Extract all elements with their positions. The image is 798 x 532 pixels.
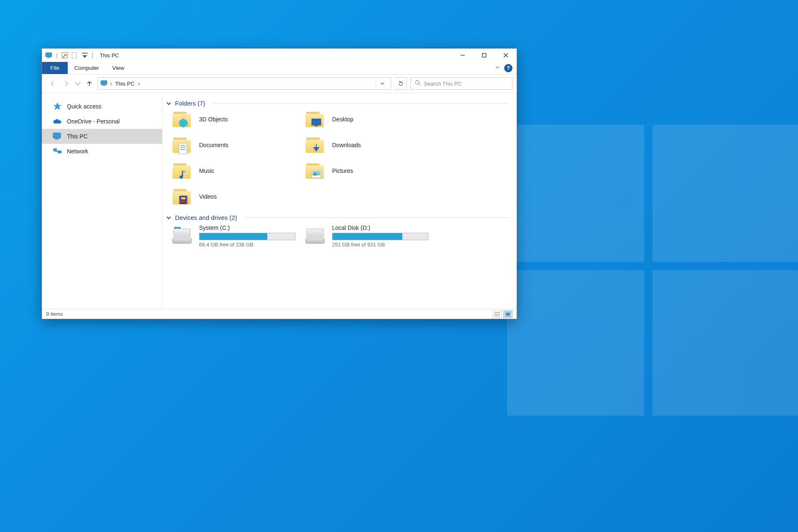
svg-rect-4: [81, 53, 88, 54]
content-pane: Folders (7) 3D Objects Desktop: [163, 93, 517, 309]
drive-system-c[interactable]: System (C:) 68.4 GB free of 236 GB: [172, 224, 297, 248]
divider: [244, 217, 509, 218]
computer-tab[interactable]: Computer: [68, 62, 106, 74]
search-box[interactable]: [410, 77, 512, 90]
status-bar: 9 items: [42, 309, 517, 319]
sidebar-item-network[interactable]: Network: [42, 144, 162, 159]
ribbon-tabs: File Computer View ?: [42, 62, 517, 74]
svg-rect-16: [53, 148, 57, 151]
qat-dropdown-icon[interactable]: [81, 52, 89, 59]
recent-locations-button[interactable]: [74, 79, 81, 89]
svg-rect-15: [55, 138, 59, 139]
this-pc-icon: [101, 80, 108, 87]
file-explorer-window: | | This PC File: [42, 48, 517, 319]
address-bar[interactable]: › This PC ›: [98, 77, 391, 90]
svg-rect-9: [101, 81, 107, 85]
svg-rect-22: [179, 143, 187, 154]
forward-button[interactable]: [61, 79, 71, 89]
nav-pane: Quick access OneDrive - Personal This PC…: [42, 93, 163, 309]
view-tab[interactable]: View: [106, 62, 131, 74]
sidebar-item-quick-access[interactable]: Quick access: [42, 99, 162, 114]
svg-rect-21: [315, 126, 318, 126]
up-button[interactable]: [84, 79, 94, 89]
properties-qat-icon[interactable]: [61, 52, 69, 59]
svg-rect-32: [179, 196, 181, 204]
3d-objects-icon: [172, 110, 191, 128]
folder-label: Desktop: [332, 116, 353, 123]
folder-label: Pictures: [332, 167, 353, 174]
svg-marker-13: [53, 102, 62, 110]
collapse-icon: [166, 101, 172, 106]
sidebar-item-this-pc[interactable]: This PC: [42, 129, 162, 144]
sidebar-item-label: This PC: [67, 133, 88, 140]
svg-rect-20: [312, 119, 321, 125]
minimize-button[interactable]: [452, 49, 473, 62]
svg-rect-40: [506, 313, 510, 315]
nav-row: › This PC ›: [42, 74, 517, 93]
maximize-button[interactable]: [473, 49, 495, 62]
drive-local-d[interactable]: Local Disk (D:) 251 GB free of 931 GB: [305, 224, 430, 248]
window-title: This PC: [100, 52, 119, 59]
svg-rect-3: [72, 52, 76, 58]
group-header-folders[interactable]: Folders (7): [166, 100, 509, 107]
search-icon: [415, 80, 421, 87]
group-title: Folders (7): [175, 100, 205, 107]
titlebar[interactable]: | | This PC: [42, 49, 517, 62]
details-view-button[interactable]: [493, 310, 502, 318]
folder-videos[interactable]: Videos: [172, 187, 297, 206]
folder-downloads[interactable]: Downloads: [305, 136, 430, 154]
system-drive-icon: [172, 227, 192, 244]
close-button[interactable]: [495, 49, 517, 62]
sidebar-item-label: Quick access: [67, 103, 101, 110]
search-input[interactable]: [424, 81, 508, 87]
folder-label: Music: [199, 167, 214, 174]
sidebar-item-onedrive[interactable]: OneDrive - Personal: [42, 114, 162, 129]
onedrive-icon: [53, 117, 62, 126]
svg-rect-33: [186, 196, 187, 204]
network-icon: [53, 147, 62, 155]
local-drive-icon: [305, 227, 325, 244]
folder-3d-objects[interactable]: 3D Objects: [172, 110, 297, 128]
svg-rect-14: [53, 133, 61, 138]
folder-documents[interactable]: Documents: [172, 136, 297, 154]
breadcrumb-caret-icon[interactable]: ›: [110, 80, 112, 87]
folder-music[interactable]: Music: [172, 162, 297, 180]
large-icons-view-button[interactable]: [503, 310, 512, 318]
breadcrumb-caret-icon[interactable]: ›: [138, 80, 140, 87]
drive-name: Local Disk (D:): [332, 224, 430, 231]
svg-rect-10: [102, 85, 105, 86]
svg-rect-17: [58, 150, 62, 153]
new-folder-qat-icon[interactable]: [71, 52, 79, 59]
svg-marker-19: [179, 118, 187, 128]
help-button[interactable]: ?: [504, 64, 512, 72]
back-button[interactable]: [48, 79, 58, 89]
qat-separator: |: [92, 52, 94, 59]
sidebar-item-label: Network: [67, 148, 88, 155]
drive-usage-bar: [199, 233, 296, 240]
folder-desktop[interactable]: Desktop: [305, 110, 430, 128]
drive-usage-bar: [332, 233, 429, 240]
group-header-drives[interactable]: Devices and drives (2): [166, 214, 509, 221]
svg-point-11: [416, 81, 419, 84]
status-text: 9 items: [46, 311, 63, 317]
music-icon: [172, 162, 191, 180]
file-tab[interactable]: File: [42, 62, 68, 74]
drive-free-text: 68.4 GB free of 236 GB: [199, 242, 297, 248]
divider: [213, 103, 509, 103]
documents-icon: [172, 136, 191, 154]
svg-rect-34: [181, 197, 185, 200]
breadcrumb-segment[interactable]: This PC: [113, 81, 136, 87]
address-history-dropdown[interactable]: [376, 77, 388, 90]
svg-rect-0: [46, 53, 52, 57]
folder-label: 3D Objects: [199, 116, 228, 123]
folder-pictures[interactable]: Pictures: [305, 162, 430, 180]
quick-access-icon: [53, 102, 62, 111]
ribbon-expand-icon[interactable]: [495, 65, 500, 71]
svg-rect-1: [47, 57, 50, 58]
pictures-icon: [305, 162, 324, 180]
svg-point-26: [180, 175, 183, 179]
refresh-button[interactable]: [394, 77, 407, 90]
sidebar-item-label: OneDrive - Personal: [67, 118, 120, 125]
svg-line-18: [55, 151, 59, 152]
folder-label: Downloads: [332, 142, 361, 148]
